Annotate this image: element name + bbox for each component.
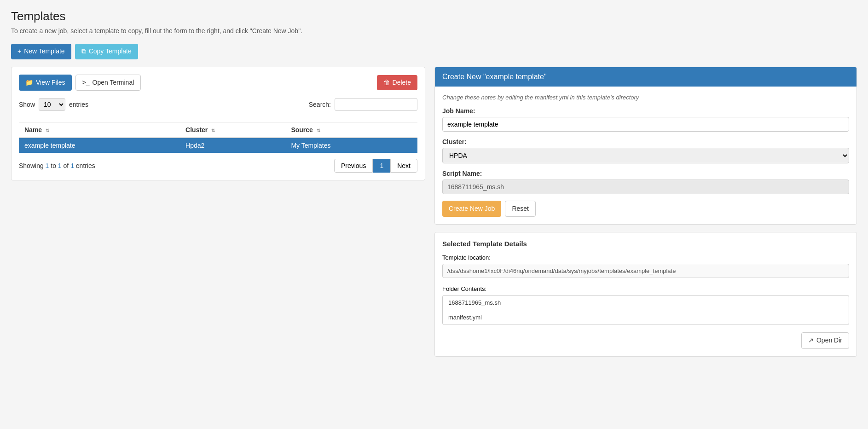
table-footer: Showing 1 to 1 of 1 entries Previous 1 N… [19,159,417,173]
copy-icon: ⧉ [81,47,86,56]
details-footer: ↗ Open Dir [442,332,849,349]
entries-label: entries [69,101,88,108]
script-name-label: Script Name: [442,170,849,177]
folder-item: 1688711965_ms.sh [443,296,849,310]
show-entries: Show 10 25 50 100 entries [19,98,88,111]
cluster-select[interactable]: HPDA [442,148,849,163]
sort-icon-cluster: ⇅ [211,128,215,133]
folder-label: Folder Contents: [442,285,849,292]
open-dir-button[interactable]: ↗ Open Dir [801,332,849,349]
job-name-group: Job Name: [442,107,849,132]
sort-icon-name: ⇅ [46,128,49,133]
plus-icon: + [17,47,21,56]
cell-cluster: Hpda2 [180,138,285,153]
page-title: Templates [11,9,857,23]
open-terminal-button[interactable]: >_ Open Terminal [75,75,141,91]
search-label: Search: [309,101,331,108]
col-cluster[interactable]: Cluster ⇅ [180,122,285,138]
files-icon: 📁 [25,78,33,87]
script-name-value: 1688711965_ms.sh [442,180,849,194]
external-icon: ↗ [808,336,814,345]
main-layout: 📁 View Files >_ Open Terminal 🗑 Delete [11,67,857,357]
templates-panel: 📁 View Files >_ Open Terminal 🗑 Delete [11,67,425,181]
view-files-button[interactable]: 📁 View Files [19,75,72,91]
left-panel: 📁 View Files >_ Open Terminal 🗑 Delete [11,67,425,181]
page-1-button[interactable]: 1 [373,159,390,173]
location-label: Template location: [442,254,849,261]
pagination: Previous 1 Next [334,159,417,173]
folder-contents-section: Folder Contents: 1688711965_ms.shmanifes… [442,285,849,325]
script-name-group: Script Name: 1688711965_ms.sh [442,170,849,194]
search-input[interactable] [335,98,417,111]
template-location-section: Template location: /dss/dsshome1/lxc0F/d… [442,254,849,278]
templates-table: Name ⇅ Cluster ⇅ Source ⇅ example templa… [19,122,417,153]
showing-from: 1 [46,162,49,169]
showing-to: 1 [58,162,62,169]
page-subtitle: To create a new job, select a template t… [11,27,857,35]
reset-button[interactable]: Reset [505,201,536,217]
details-title: Selected Template Details [442,240,849,248]
table-row[interactable]: example templateHpda2My Templates [19,138,417,153]
right-panel: Create New "example template" Change the… [434,67,857,357]
cluster-group: Cluster: HPDA [442,138,849,163]
create-new-job-button[interactable]: Create New Job [442,201,501,217]
cell-source: My Templates [285,138,417,153]
new-template-button[interactable]: + New Template [11,44,71,59]
form-actions: Create New Job Reset [442,201,849,217]
details-card: Selected Template Details Template locat… [434,232,857,357]
sort-icon-source: ⇅ [317,128,320,133]
create-card-header: Create New "example template" [435,67,856,87]
col-name[interactable]: Name ⇅ [19,122,180,138]
top-toolbar: + New Template ⧉ Copy Template [11,44,857,59]
cluster-label: Cluster: [442,138,849,145]
create-card: Create New "example template" Change the… [434,67,857,225]
show-label: Show [19,101,35,108]
folder-contents: 1688711965_ms.shmanifest.yml [442,295,849,325]
location-value: /dss/dsshome1/lxc0F/di46riq/ondemand/dat… [442,264,849,278]
folder-item: manifest.yml [443,310,849,325]
panel-toolbar: 📁 View Files >_ Open Terminal 🗑 Delete [19,75,417,91]
search-row: Search: [309,98,417,111]
showing-total: 1 [70,162,74,169]
terminal-icon: >_ [82,78,90,87]
job-name-label: Job Name: [442,107,849,115]
showing-text: Showing 1 to 1 of 1 entries [19,162,95,169]
panel-toolbar-left: 📁 View Files >_ Open Terminal [19,75,141,91]
col-source[interactable]: Source ⇅ [285,122,417,138]
panel-toolbar-right: 🗑 Delete [377,75,417,91]
previous-button[interactable]: Previous [334,159,373,173]
job-name-input[interactable] [442,117,849,132]
copy-template-button[interactable]: ⧉ Copy Template [75,44,138,59]
create-card-body: Change these notes by editing the manife… [435,87,856,225]
entries-select[interactable]: 10 25 50 100 [39,98,65,111]
delete-button[interactable]: 🗑 Delete [377,75,417,91]
trash-icon: 🗑 [383,78,390,87]
next-button[interactable]: Next [390,159,417,173]
cell-name: example template [19,138,180,153]
form-notes: Change these notes by editing the manife… [442,94,849,101]
